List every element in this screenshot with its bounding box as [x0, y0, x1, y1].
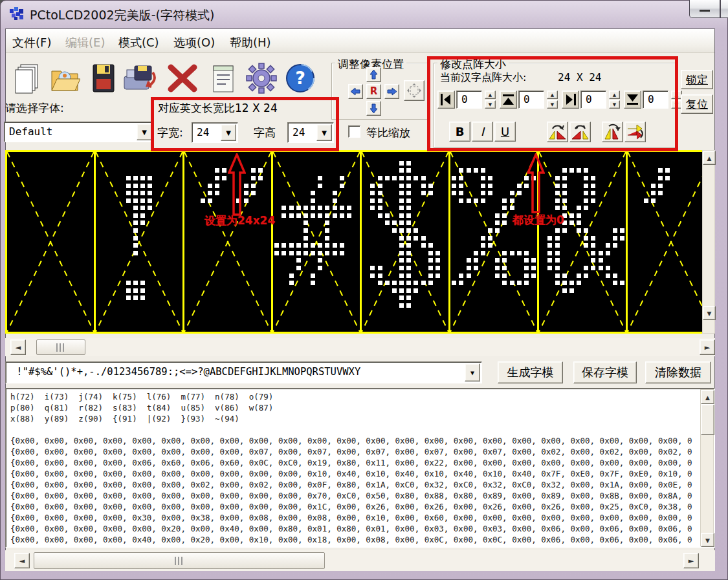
scroll-down-button[interactable]: ▼ [703, 306, 716, 320]
char-width-value: 24 [197, 126, 209, 138]
glyph-cell[interactable] [271, 152, 360, 332]
underline-button[interactable]: U [494, 122, 516, 142]
glyph-pixel [140, 199, 145, 203]
menu-mode[interactable]: 模式(C) [116, 34, 162, 52]
reset-button[interactable]: 复位 [681, 94, 713, 114]
new-document-button[interactable] [12, 62, 43, 94]
flip-horizontal-button[interactable] [602, 122, 623, 142]
new-document-icon [12, 62, 43, 94]
move-right-button[interactable] [384, 84, 399, 99]
top-edge-field[interactable]: 0 [518, 91, 544, 109]
glyph-cell[interactable] [5, 152, 94, 332]
glyph-cell[interactable] [626, 152, 702, 332]
glyph-pixel [140, 213, 145, 218]
glyph-pixel [547, 236, 552, 241]
menu-options[interactable]: 选项(O) [171, 34, 217, 52]
titlebar[interactable]: PCtoLCD2002完美版-(字符模式) X [0, 0, 728, 28]
top-edge-button[interactable] [500, 91, 517, 109]
spin-down-icon[interactable]: ▼ [609, 100, 620, 109]
glyph-pixel [510, 199, 514, 203]
right-edge-field[interactable]: 0 [580, 91, 606, 109]
menu-help[interactable]: 帮助(H) [227, 34, 274, 52]
glyph-cell[interactable] [448, 152, 537, 332]
dot-matrix-display[interactable] [5, 150, 702, 334]
scroll-up-button[interactable]: ▲ [703, 151, 716, 165]
scroll-right-button[interactable]: ► [683, 553, 699, 568]
rotate-right-button[interactable] [569, 122, 591, 142]
save-as-button[interactable] [122, 62, 153, 94]
char-string-dropdown[interactable]: ▼ [465, 363, 480, 381]
italic-button[interactable]: I [472, 122, 493, 142]
maximize-button[interactable] [720, 0, 728, 18]
char-height-dropdown[interactable]: ▼ [316, 124, 332, 141]
scroll-down-button[interactable]: ▼ [701, 533, 714, 547]
right-edge-button[interactable] [562, 91, 579, 109]
glyph-pixel [421, 236, 426, 241]
output-textarea[interactable]: h(72) i(73) j(74) k(75) l(76) m(77) n(78… [5, 388, 715, 548]
move-down-button[interactable] [366, 101, 381, 116]
glyph-pixel [651, 184, 656, 188]
glyph-cell[interactable] [182, 152, 271, 332]
reset-position-button[interactable]: R [366, 84, 381, 99]
glyph-cell[interactable] [360, 152, 448, 332]
glyph-pixel [488, 191, 492, 195]
lock-button[interactable]: 锁定 [681, 70, 713, 89]
open-file-button[interactable] [49, 62, 80, 94]
rotate-left-button[interactable] [547, 122, 568, 142]
save-button[interactable] [88, 62, 119, 94]
glyph-pixel [133, 281, 138, 285]
glyph-pixel [318, 258, 322, 263]
char-string-input[interactable]: !"#$%&'()*+,-./0123456789:;<=>?@ABCDEFGH… [5, 361, 482, 383]
save-font-button[interactable]: 保存字模 [573, 361, 637, 383]
spin-up-icon[interactable]: ▲ [609, 91, 620, 99]
help-button[interactable]: ? [285, 62, 316, 94]
generate-font-button[interactable]: 生成字模 [498, 361, 563, 383]
scroll-left-button[interactable]: ◄ [10, 339, 26, 355]
display-vertical-scrollbar[interactable]: ▲ ▼ [702, 150, 715, 334]
glyph-cell[interactable] [94, 152, 182, 332]
minimize-button[interactable] [689, 0, 720, 18]
glyph-pixel [399, 206, 404, 210]
left-edge-button[interactable] [437, 91, 455, 109]
output-vertical-scrollbar[interactable]: ▲ ▼ [700, 389, 714, 546]
flip-vertical-button[interactable] [624, 122, 646, 142]
display-horizontal-scrollbar[interactable]: ◄ ► [5, 338, 715, 356]
bold-button[interactable]: B [449, 122, 470, 142]
expand-canvas-button[interactable] [404, 80, 425, 101]
bottom-edge-field[interactable]: 0 [643, 91, 668, 109]
glyph-cell[interactable] [537, 152, 626, 332]
spin-down-icon[interactable]: ▼ [485, 100, 496, 109]
scroll-left-button[interactable]: ◄ [14, 553, 30, 568]
glyph-pixel [222, 168, 226, 173]
menu-file[interactable]: 文件(F) [10, 34, 54, 52]
delete-button[interactable] [167, 63, 198, 96]
glyph-pixel [370, 199, 375, 203]
display-scroll-thumb[interactable] [36, 339, 85, 355]
notes-button[interactable] [208, 62, 239, 94]
char-height-select[interactable]: 24 ▼ [287, 122, 334, 143]
bottom-edge-button[interactable] [624, 91, 641, 109]
scroll-right-button[interactable]: ► [700, 339, 715, 355]
font-select-dropdown[interactable]: ▼ [137, 124, 152, 140]
move-up-button[interactable] [366, 67, 381, 82]
output-scroll-thumb[interactable] [34, 552, 325, 569]
output-horizontal-scrollbar[interactable]: ◄ ► [5, 550, 715, 571]
scroll-up-button[interactable]: ▲ [701, 390, 714, 404]
spin-up-icon[interactable]: ▲ [485, 91, 496, 99]
spin-up-icon[interactable]: ▲ [547, 91, 558, 99]
proportional-scale-checkbox[interactable] [348, 125, 360, 138]
left-edge-field[interactable]: 0 [456, 91, 482, 109]
char-width-dropdown[interactable]: ▼ [221, 124, 236, 141]
font-select[interactable]: Default ▼ [4, 122, 154, 142]
left-edge-spinner[interactable]: ▲▼ [485, 91, 496, 109]
glyph-pixel [428, 184, 433, 188]
clear-data-button[interactable]: 清除数据 [645, 361, 711, 383]
spin-down-icon[interactable]: ▼ [547, 100, 558, 109]
char-width-select[interactable]: 24 ▼ [192, 122, 238, 143]
glyph-pixel [569, 213, 574, 218]
top-edge-spinner[interactable]: ▲▼ [547, 91, 558, 109]
settings-button[interactable] [246, 62, 277, 94]
output-scroll-thumb[interactable] [701, 404, 714, 435]
move-left-button[interactable] [348, 84, 363, 99]
right-edge-spinner[interactable]: ▲▼ [609, 91, 620, 109]
